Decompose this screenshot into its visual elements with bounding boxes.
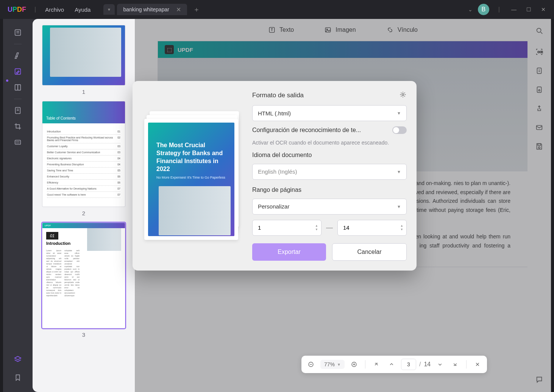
svg-rect-6 xyxy=(18,85,20,90)
titlebar: UPDF | Archivo Ayuda ▾ banking whitepapa… xyxy=(0,0,554,19)
export-button[interactable]: Exportar xyxy=(252,243,326,261)
svg-text:OCR: OCR xyxy=(537,51,543,53)
zoom-dropdown[interactable]: 77%▼ xyxy=(320,360,345,369)
zoom-in-icon[interactable] xyxy=(348,359,360,370)
titlebar-right: ⌄ B | — ☐ ✕ xyxy=(468,4,551,15)
tab-bar: ▾ banking whitepapar ✕ ＋ xyxy=(103,4,200,15)
edit-icon[interactable] xyxy=(11,65,25,78)
crop-icon[interactable] xyxy=(11,120,25,133)
page-bar: 77%▼ / 14 xyxy=(301,356,487,373)
step-down-icon[interactable]: ▼ xyxy=(315,228,318,231)
language-label: Idioma del documento xyxy=(252,152,407,159)
ocr-help: Activar el OCR cuando el documento apare… xyxy=(252,139,407,146)
svg-rect-17 xyxy=(537,68,542,74)
prev-page-icon[interactable] xyxy=(386,359,397,370)
save-icon[interactable] xyxy=(534,142,544,151)
chevron-down-icon[interactable]: ⌄ xyxy=(468,6,473,12)
layers-icon[interactable] xyxy=(11,353,25,366)
reader-icon[interactable] xyxy=(11,26,25,39)
avatar[interactable]: B xyxy=(478,4,489,15)
svg-point-22 xyxy=(538,146,540,148)
range-label: Rango de páginas xyxy=(252,187,407,193)
thumb-num: 3 xyxy=(82,331,85,338)
thumbnail-panel: 1 Table of Contents Introduction01Promot… xyxy=(33,19,135,392)
ocr-toggle[interactable] xyxy=(392,126,407,134)
modal-form: Formato de salida HTML (.html)▼ Configur… xyxy=(252,91,407,261)
svg-rect-10 xyxy=(15,140,21,145)
pages-icon[interactable] xyxy=(11,81,25,94)
lock-icon[interactable] xyxy=(534,85,544,95)
range-to-input[interactable]: 14▲▼ xyxy=(337,220,407,236)
ocr-label: Configuración de reconocimiento de te... xyxy=(252,127,361,134)
home-tab[interactable]: ▾ xyxy=(103,4,115,15)
share-icon[interactable] xyxy=(534,104,544,114)
right-rail: OCR xyxy=(527,19,551,392)
svg-point-14 xyxy=(537,28,541,33)
page-number-input[interactable] xyxy=(401,359,416,370)
zoom-out-icon[interactable] xyxy=(305,359,317,370)
svg-rect-21 xyxy=(538,144,540,146)
add-tab-icon[interactable]: ＋ xyxy=(193,5,200,14)
mail-icon[interactable] xyxy=(534,123,544,132)
range-select[interactable]: Personalizar▼ xyxy=(252,199,407,215)
left-rail xyxy=(3,19,33,392)
form-icon[interactable] xyxy=(11,104,25,117)
search-icon[interactable] xyxy=(534,26,544,36)
step-up-icon[interactable]: ▲ xyxy=(315,224,318,227)
thumb-num: 1 xyxy=(82,89,85,95)
first-page-icon[interactable] xyxy=(371,359,382,370)
maximize-icon[interactable]: ☐ xyxy=(524,6,534,12)
close-bar-icon[interactable] xyxy=(472,359,483,370)
svg-point-13 xyxy=(327,29,328,30)
svg-point-19 xyxy=(538,90,540,91)
svg-rect-5 xyxy=(15,85,18,90)
menu-help[interactable]: Ayuda xyxy=(69,6,96,13)
app-logo: UPDF xyxy=(8,6,26,14)
tab-title: banking whitepapar xyxy=(123,6,169,12)
convert-icon[interactable] xyxy=(534,66,544,76)
range-dash: — xyxy=(326,224,333,232)
active-indicator xyxy=(6,79,8,82)
link-tool[interactable]: Vínculo xyxy=(386,26,418,34)
thumb-num: 2 xyxy=(82,210,85,216)
svg-line-15 xyxy=(541,32,543,34)
bookmark-icon[interactable] xyxy=(11,371,25,384)
page-input: / 14 xyxy=(401,359,431,370)
close-window-icon[interactable]: ✕ xyxy=(539,6,548,12)
last-page-icon[interactable] xyxy=(449,359,461,370)
output-format-label: Formato de salida xyxy=(252,92,304,99)
menu-file[interactable]: Archivo xyxy=(40,6,69,13)
thumb-2[interactable]: Table of Contents Introduction01Promotin… xyxy=(37,101,130,216)
step-up-icon[interactable]: ▲ xyxy=(400,224,403,227)
annotate-icon[interactable] xyxy=(11,49,25,62)
language-select[interactable]: English (Inglés)▼ xyxy=(252,164,407,180)
image-tool[interactable]: Imagen xyxy=(324,26,356,34)
divider: | xyxy=(498,6,500,13)
range-from-input[interactable]: 1▲▼ xyxy=(252,220,321,236)
step-down-icon[interactable]: ▼ xyxy=(400,228,403,231)
tab-active[interactable]: banking whitepapar ✕ xyxy=(117,4,187,15)
close-icon[interactable]: ✕ xyxy=(176,6,181,13)
format-select[interactable]: HTML (.html)▼ xyxy=(252,105,407,121)
page-slash: / xyxy=(419,361,421,368)
minimize-icon[interactable]: — xyxy=(509,6,519,12)
svg-rect-0 xyxy=(15,30,21,36)
comment-icon[interactable] xyxy=(534,375,544,384)
text-tool[interactable]: Texto xyxy=(268,26,294,34)
thumb-1[interactable]: 1 xyxy=(37,25,130,95)
ocr-icon[interactable]: OCR xyxy=(534,47,544,57)
divider: | xyxy=(34,6,36,13)
cancel-button[interactable]: Cancelar xyxy=(332,243,407,261)
modal-preview: The Most Crucial Strategy for Banks and … xyxy=(142,91,241,261)
svg-point-32 xyxy=(402,94,404,96)
export-modal: The Most Crucial Strategy for Banks and … xyxy=(133,81,417,271)
thumb-3[interactable]: UPDF 01 Introduction Lorem ipsum dolor s… xyxy=(37,222,130,338)
doc-toolbar: Texto Imagen Vínculo xyxy=(135,19,551,41)
gear-icon[interactable] xyxy=(399,91,407,100)
next-page-icon[interactable] xyxy=(434,359,446,370)
redact-icon[interactable] xyxy=(11,135,25,149)
page-total: 14 xyxy=(424,361,431,368)
